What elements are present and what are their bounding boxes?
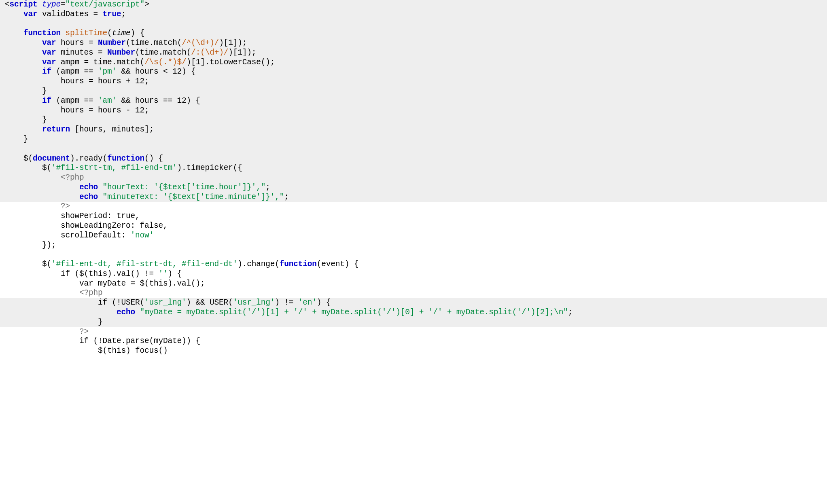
code-line: } [0,318,827,327]
code-line: var minutes = Number(time.match(/:(\d+)/… [0,48,827,58]
code-line: $(document).ready(function() { [0,154,827,164]
kw-return: return [42,125,70,134]
param: time [112,29,131,38]
code-line: hours = hours + 12; [0,77,827,87]
kw-echo: echo [79,193,98,201]
builtin-number: Number [98,38,126,47]
selector: '#fil-strt-tm, #fil-end-tm' [51,163,177,172]
punct: } [98,318,103,326]
kw-function: function [280,260,317,269]
code-line: <?php [0,173,827,183]
code-line: } [0,115,827,125]
code-line: $('#fil-ent-dt, #fil-strt-dt, #fil-end-d… [0,260,827,269]
option: showPeriod: true, [61,212,140,220]
document: document [33,154,70,163]
kw-if: if [42,67,51,76]
code-line: $('#fil-strt-tm, #fil-end-tm').timepicke… [0,163,827,173]
php-close: ?> [61,202,70,211]
option: showLeadingZero: false, [61,221,168,230]
kw-function: function [23,29,61,38]
php-open: <?php [79,288,103,297]
code-line: <script type="text/javascript"> [0,0,827,10]
op: = [89,10,103,19]
code-line [0,19,827,29]
stmt: hours = hours + 12; [61,77,149,86]
ident: validDates [42,10,89,19]
code-line: var validDates = true; [0,10,827,19]
code-line: var ampm = time.match(/\s(.*)$/)[1].toLo… [0,58,827,68]
kw-var: var [42,58,56,67]
string: 'am' [98,96,117,105]
code-line: } [0,135,827,144]
punct: ( [107,29,112,38]
attr-name: type [42,0,61,9]
code-line: echo "hourText: '{$text['time.hour']}',"… [0,183,827,193]
ident: minutes [61,48,93,57]
php-open: <?php [61,173,84,182]
code-line: hours = hours - 12; [0,106,827,116]
builtin-number: Number [107,48,135,57]
code-line: echo "myDate = myDate.split('/')[1] + '/… [0,308,827,318]
string: "hourText: '{$text['time.hour']}'," [103,183,266,192]
code-line: showPeriod: true, [0,212,827,221]
punct: } [42,87,47,95]
kw-if: if [42,96,51,105]
string: "minuteText: '{$text['time.minute']}'," [103,193,284,201]
code-line: echo "minuteText: '{$text['time.minute']… [0,193,827,202]
code-line: scrollDefault: 'now' [0,231,827,241]
code-line: }); [0,241,827,250]
code-line: } [0,87,827,96]
tag-open: script [10,0,38,9]
punct: { [140,29,145,38]
code-line: ?> [0,327,827,337]
code-line: ?> [0,202,827,212]
ident: hours [61,38,84,47]
string: 'usr_lng' [144,298,187,307]
punct: } [23,135,28,144]
punct: ; [121,10,126,19]
attr-value: "text/javascript" [66,0,145,9]
kw-echo: echo [117,308,135,317]
punct: } [42,115,47,124]
string: 'now' [131,231,154,240]
punct: = [61,0,66,9]
regex: /:(\d+)/ [191,48,228,57]
kw-var: var [42,38,56,47]
code-line [0,250,827,260]
code-line: <?php [0,288,827,298]
ident: ampm [61,58,79,67]
punct: > [144,0,149,9]
punct: < [5,0,10,9]
kw-function: function [107,154,144,163]
string: 'en' [298,298,317,307]
kw-var: var [42,48,56,57]
kw-var: var [23,10,38,19]
code-line: if (ampm == 'am' && hours == 12) { [0,96,827,106]
string: 'pm' [98,67,117,76]
code-line: var myDate = $(this).val(); [0,279,827,289]
func-decl: splitTime [66,29,108,38]
code-line: function splitTime(time) { [0,29,827,38]
stmt: $(this) focus() [98,346,168,355]
code-line: if (!Date.parse(myDate)) { [0,337,827,346]
code-line: $(this) focus() [0,346,827,356]
code-block: <script type="text/javascript"> var vali… [0,0,827,356]
code-line: if ($(this).val() != '') { [0,269,827,279]
stmt: var myDate = $(this).val(); [79,279,205,288]
code-line: showLeadingZero: false, [0,221,827,231]
kw-echo: echo [79,183,98,192]
stmt: if (!Date.parse(myDate)) { [79,337,200,345]
code-line: return [hours, minutes]; [0,125,827,135]
php-close: ?> [79,327,89,336]
bool: true [103,10,121,19]
code-line: var hours = Number(time.match(/^(\d+)/)[… [0,38,827,48]
string: 'usr_lng' [233,298,275,307]
punct: }); [42,241,56,250]
option: scrollDefault: [61,231,131,240]
regex: /^(\d+)/ [182,38,219,47]
code-line: if (ampm == 'pm' && hours < 12) { [0,67,827,77]
punct: ) [131,29,136,38]
regex: /\s(.*)$/ [144,58,187,67]
code-line: if (!USER('usr_lng') && USER('usr_lng') … [0,298,827,308]
string: "myDate = myDate.split('/')[1] + '/' + m… [140,308,568,317]
